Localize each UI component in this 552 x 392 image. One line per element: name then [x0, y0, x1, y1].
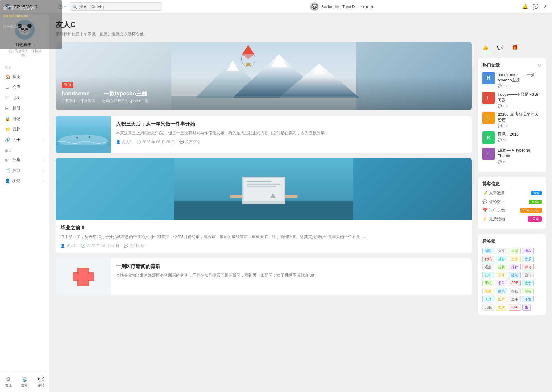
- post-card-inner-1: 入职三天后：从一年只做一件事开始 本来这篇是上周就已经写完，但是一直没有时间再作…: [56, 116, 472, 153]
- tag-css[interactable]: CSS: [509, 304, 521, 311]
- tab-gifts[interactable]: 🎁: [508, 42, 522, 53]
- tag-chuzhong[interactable]: 初中: [482, 272, 494, 278]
- comment-icon-2: 💬: [124, 244, 128, 248]
- tag-yinyue[interactable]: 音乐: [522, 256, 534, 262]
- tab-comments[interactable]: 💬: [493, 42, 508, 53]
- post-title-3[interactable]: 一则医疗新闻的背后: [116, 263, 467, 270]
- tag-qita[interactable]: 其他: [482, 304, 494, 311]
- tag-xuexi[interactable]: 学习: [522, 264, 534, 270]
- hot-article-4[interactable]: R 再见，2016 💬96: [482, 131, 542, 144]
- notification-icon[interactable]: 🔔: [522, 4, 528, 10]
- sidebar-item-diary[interactable]: 🔒日记: [0, 114, 49, 124]
- admin-icon: ⚙: [6, 376, 10, 382]
- hot-articles-section: 热门文章 ⚙ H handsome —— 一款typecho主题 💬1815: [478, 58, 546, 172]
- hot-article-1[interactable]: H handsome —— 一款typecho主题 💬1815: [482, 72, 542, 88]
- sidebar-item-archive[interactable]: 📁归档: [0, 124, 49, 135]
- tab-likes[interactable]: 👍: [478, 42, 493, 53]
- post-thumb-svg-1: [56, 116, 111, 153]
- svg-rect-41: [247, 184, 281, 185]
- tag-lvxing[interactable]: 旅行: [522, 272, 534, 278]
- prev-button[interactable]: ⏮: [360, 5, 364, 9]
- play-button[interactable]: ▶: [366, 5, 369, 9]
- info-label-articles: 📝文章数目: [482, 190, 505, 196]
- tag-sheying[interactable]: 摄影: [496, 256, 507, 262]
- comment-bubble-1: 💬: [498, 84, 502, 88]
- nav-list-1: 🏠首页 🗂仓库 ♡朋友 ⊟相册 🔒日记 📁归档 🔗关于›: [0, 72, 49, 145]
- hot-article-3[interactable]: 2 2019北邮考研我的个人经历 💬101: [482, 112, 542, 128]
- hot-article-comments-5: 💬94: [498, 160, 542, 164]
- tag-gongzuo[interactable]: 工作: [496, 272, 507, 278]
- comments-button[interactable]: 💬 评论: [35, 375, 48, 389]
- post-excerpt-2: 终于毕业了，从去年10月份开始就着急的毕业论文到中期答辩，今年3月份初审，院官审…: [60, 234, 467, 240]
- sidebar-item-warehouse[interactable]: 🗂仓库: [0, 82, 49, 93]
- search-input[interactable]: [70, 2, 162, 11]
- admin-button[interactable]: ⚙ 管理: [2, 375, 15, 389]
- tag-app[interactable]: APP: [509, 280, 521, 286]
- post-title-1[interactable]: 入职三天后：从一年只做一件事开始: [116, 121, 467, 127]
- tag-guandian[interactable]: 观点: [482, 264, 494, 270]
- tag-boke[interactable]: 博客: [522, 248, 534, 254]
- post-thumb-svg-3: [56, 258, 111, 295]
- nav-label-category: 分类: [12, 157, 20, 163]
- tag-shouji[interactable]: 手机: [482, 280, 494, 286]
- tag-qianduan[interactable]: 前端: [522, 288, 534, 294]
- sidebar-item-links[interactable]: 👤友链›: [0, 176, 49, 186]
- share-icon[interactable]: ↗: [543, 4, 547, 10]
- next-button[interactable]: ⏭: [371, 5, 374, 9]
- time-widget[interactable]: 🕐 ▾: [58, 4, 66, 9]
- settings-icon[interactable]: ⚙: [537, 63, 542, 68]
- sidebar-item-pages[interactable]: 📄页面›: [0, 165, 49, 176]
- tag-wenzi[interactable]: 文字: [509, 296, 521, 302]
- tag-tiyan[interactable]: 体验: [522, 296, 534, 302]
- sidebar-profile: 月色真美 - 减少信息输入，保持清智。: [0, 14, 49, 62]
- hot-article-comments-3: 💬101: [498, 124, 542, 128]
- info-badge-comments: 1096: [529, 200, 542, 204]
- tag-wenzhang[interactable]: 文章: [509, 256, 521, 262]
- tag-ganzwu[interactable]: 感悟: [482, 248, 494, 254]
- blog-info-title: 博客信息: [482, 181, 542, 187]
- tag-tupian[interactable]: 图片: [496, 296, 507, 302]
- date-icon-2: 🕐: [81, 244, 85, 248]
- tag-sheng[interactable]: 生: [522, 304, 531, 311]
- tag-shuma[interactable]: 数码: [496, 288, 507, 294]
- tag-licai[interactable]: 理财: [496, 304, 507, 311]
- tag-zhéteng[interactable]: 折腾: [496, 264, 507, 270]
- sidebar-item-gallery[interactable]: ⊟相册: [0, 103, 49, 114]
- hot-article-info-4: 再见，2016 💬96: [498, 131, 542, 142]
- app-logo: 🐾 FRiEND C: [5, 3, 54, 10]
- articles-button[interactable]: 📡 文章: [18, 375, 31, 389]
- blog-subtitle: 虽然我和他已十年不见，但我知道我会永远怀念他。: [56, 31, 546, 37]
- avatar-image: [15, 20, 34, 39]
- tag-suibi[interactable]: 随笔: [509, 272, 521, 278]
- message-icon[interactable]: 💬: [533, 4, 539, 10]
- hot-article-thumb-4: R: [482, 131, 495, 144]
- tag-gongju[interactable]: 工具: [482, 296, 494, 302]
- tag-shenghuo[interactable]: 生活: [509, 248, 521, 254]
- sidebar-item-friends[interactable]: ♡朋友: [0, 93, 49, 103]
- hot-article-5[interactable]: L Leaf — A Typecho Theme 💬94: [482, 148, 542, 164]
- svg-point-33: [76, 137, 78, 139]
- comments-label: 评论: [38, 383, 44, 388]
- author-icon-2: 👤: [60, 244, 65, 248]
- hot-article-2[interactable]: F Focus——不只是RSS订阅器 💬107: [482, 92, 542, 108]
- sidebar-item-category[interactable]: ⊞分类›: [0, 155, 49, 165]
- svg-point-12: [27, 28, 27, 29]
- date-icon-1: 🕐: [136, 140, 141, 144]
- post-title-2[interactable]: 毕业之前 II: [60, 225, 467, 231]
- tag-keji[interactable]: 科技: [509, 288, 521, 294]
- tag-xiaolv[interactable]: 效率: [522, 280, 534, 286]
- nav-label-gallery: 相册: [12, 106, 20, 111]
- sidebar-item-about[interactable]: 🔗关于›: [0, 135, 49, 145]
- sidebar-item-home[interactable]: 🏠首页: [0, 72, 49, 82]
- links-icon: 👤: [5, 178, 10, 183]
- hot-article-title-2: Focus——不只是RSS订阅器: [498, 92, 542, 103]
- tag-daima[interactable]: 代码: [482, 256, 494, 262]
- svg-text:R: R: [487, 135, 490, 140]
- tag-tuijian[interactable]: 推荐: [509, 264, 521, 270]
- tag-shudang[interactable]: 书单: [496, 280, 507, 286]
- info-row-days: 📅运行天数 1695天5天: [482, 208, 542, 213]
- tag-fenxiang[interactable]: 分享: [496, 248, 507, 254]
- info-badge-articles: 106: [531, 191, 542, 195]
- featured-post[interactable]: 置顶 handsome —— 一款typecho主题 在复杂中，保持简洁，一款精…: [56, 42, 472, 110]
- tag-yuedu[interactable]: 阅读: [482, 288, 494, 294]
